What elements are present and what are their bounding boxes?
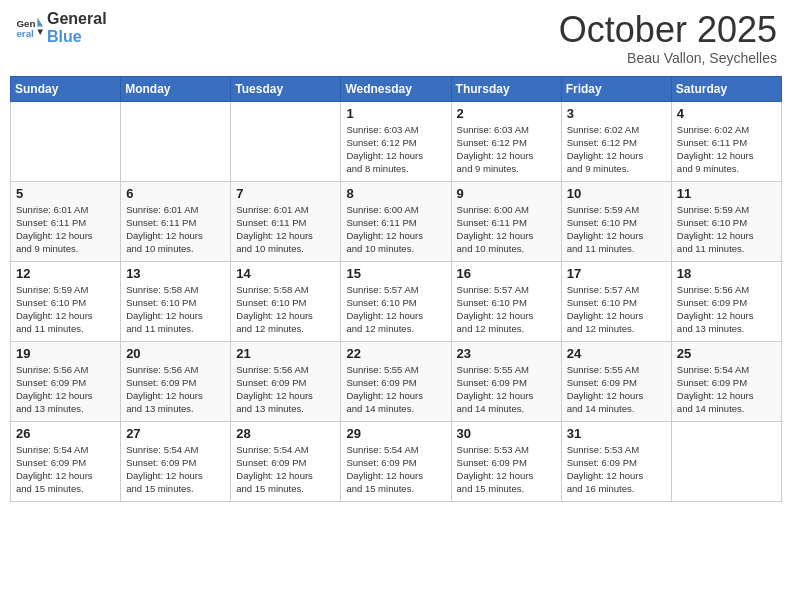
day-info: Sunrise: 6:03 AM Sunset: 6:12 PM Dayligh… — [346, 123, 445, 176]
calendar-cell: 13Sunrise: 5:58 AM Sunset: 6:10 PM Dayli… — [121, 261, 231, 341]
month-title: October 2025 — [559, 10, 777, 50]
title-block: October 2025 Beau Vallon, Seychelles — [559, 10, 777, 66]
day-info: Sunrise: 5:57 AM Sunset: 6:10 PM Dayligh… — [346, 283, 445, 336]
calendar-cell: 17Sunrise: 5:57 AM Sunset: 6:10 PM Dayli… — [561, 261, 671, 341]
day-number: 15 — [346, 266, 445, 281]
day-number: 23 — [457, 346, 556, 361]
day-info: Sunrise: 5:54 AM Sunset: 6:09 PM Dayligh… — [346, 443, 445, 496]
day-number: 12 — [16, 266, 115, 281]
calendar-cell: 20Sunrise: 5:56 AM Sunset: 6:09 PM Dayli… — [121, 341, 231, 421]
calendar-cell: 10Sunrise: 5:59 AM Sunset: 6:10 PM Dayli… — [561, 181, 671, 261]
calendar-cell: 30Sunrise: 5:53 AM Sunset: 6:09 PM Dayli… — [451, 421, 561, 501]
calendar-cell — [11, 101, 121, 181]
day-number: 26 — [16, 426, 115, 441]
day-info: Sunrise: 5:54 AM Sunset: 6:09 PM Dayligh… — [677, 363, 776, 416]
day-number: 7 — [236, 186, 335, 201]
calendar-cell: 26Sunrise: 5:54 AM Sunset: 6:09 PM Dayli… — [11, 421, 121, 501]
calendar-cell — [671, 421, 781, 501]
week-row-5: 26Sunrise: 5:54 AM Sunset: 6:09 PM Dayli… — [11, 421, 782, 501]
day-info: Sunrise: 5:56 AM Sunset: 6:09 PM Dayligh… — [677, 283, 776, 336]
calendar-cell: 4Sunrise: 6:02 AM Sunset: 6:11 PM Daylig… — [671, 101, 781, 181]
day-number: 18 — [677, 266, 776, 281]
calendar-cell: 6Sunrise: 6:01 AM Sunset: 6:11 PM Daylig… — [121, 181, 231, 261]
weekday-header-saturday: Saturday — [671, 76, 781, 101]
day-number: 9 — [457, 186, 556, 201]
day-info: Sunrise: 5:55 AM Sunset: 6:09 PM Dayligh… — [567, 363, 666, 416]
weekday-header-monday: Monday — [121, 76, 231, 101]
day-info: Sunrise: 5:59 AM Sunset: 6:10 PM Dayligh… — [16, 283, 115, 336]
svg-text:eral: eral — [16, 28, 34, 39]
day-info: Sunrise: 5:55 AM Sunset: 6:09 PM Dayligh… — [346, 363, 445, 416]
day-info: Sunrise: 5:58 AM Sunset: 6:10 PM Dayligh… — [126, 283, 225, 336]
calendar-cell: 11Sunrise: 5:59 AM Sunset: 6:10 PM Dayli… — [671, 181, 781, 261]
page-header: Gen eral General Blue October 2025 Beau … — [10, 10, 782, 66]
calendar-cell: 5Sunrise: 6:01 AM Sunset: 6:11 PM Daylig… — [11, 181, 121, 261]
weekday-header-tuesday: Tuesday — [231, 76, 341, 101]
day-info: Sunrise: 5:57 AM Sunset: 6:10 PM Dayligh… — [457, 283, 556, 336]
weekday-header-row: SundayMondayTuesdayWednesdayThursdayFrid… — [11, 76, 782, 101]
calendar-cell: 22Sunrise: 5:55 AM Sunset: 6:09 PM Dayli… — [341, 341, 451, 421]
day-info: Sunrise: 6:03 AM Sunset: 6:12 PM Dayligh… — [457, 123, 556, 176]
day-number: 6 — [126, 186, 225, 201]
calendar-cell: 14Sunrise: 5:58 AM Sunset: 6:10 PM Dayli… — [231, 261, 341, 341]
calendar-cell: 27Sunrise: 5:54 AM Sunset: 6:09 PM Dayli… — [121, 421, 231, 501]
logo: Gen eral General Blue — [15, 10, 107, 45]
svg-marker-3 — [37, 29, 43, 35]
calendar-cell: 3Sunrise: 6:02 AM Sunset: 6:12 PM Daylig… — [561, 101, 671, 181]
calendar-cell: 21Sunrise: 5:56 AM Sunset: 6:09 PM Dayli… — [231, 341, 341, 421]
day-info: Sunrise: 6:01 AM Sunset: 6:11 PM Dayligh… — [126, 203, 225, 256]
day-info: Sunrise: 6:01 AM Sunset: 6:11 PM Dayligh… — [16, 203, 115, 256]
day-number: 13 — [126, 266, 225, 281]
week-row-4: 19Sunrise: 5:56 AM Sunset: 6:09 PM Dayli… — [11, 341, 782, 421]
calendar-cell: 8Sunrise: 6:00 AM Sunset: 6:11 PM Daylig… — [341, 181, 451, 261]
logo-line1: General — [47, 10, 107, 28]
day-info: Sunrise: 5:54 AM Sunset: 6:09 PM Dayligh… — [16, 443, 115, 496]
weekday-header-wednesday: Wednesday — [341, 76, 451, 101]
day-number: 20 — [126, 346, 225, 361]
week-row-1: 1Sunrise: 6:03 AM Sunset: 6:12 PM Daylig… — [11, 101, 782, 181]
calendar-cell: 1Sunrise: 6:03 AM Sunset: 6:12 PM Daylig… — [341, 101, 451, 181]
day-number: 31 — [567, 426, 666, 441]
calendar-cell: 23Sunrise: 5:55 AM Sunset: 6:09 PM Dayli… — [451, 341, 561, 421]
day-number: 30 — [457, 426, 556, 441]
weekday-header-sunday: Sunday — [11, 76, 121, 101]
day-number: 8 — [346, 186, 445, 201]
day-info: Sunrise: 5:54 AM Sunset: 6:09 PM Dayligh… — [236, 443, 335, 496]
calendar-cell: 29Sunrise: 5:54 AM Sunset: 6:09 PM Dayli… — [341, 421, 451, 501]
day-number: 21 — [236, 346, 335, 361]
calendar-cell — [121, 101, 231, 181]
weekday-header-friday: Friday — [561, 76, 671, 101]
svg-text:Gen: Gen — [16, 17, 35, 28]
day-number: 28 — [236, 426, 335, 441]
day-number: 19 — [16, 346, 115, 361]
calendar-cell: 2Sunrise: 6:03 AM Sunset: 6:12 PM Daylig… — [451, 101, 561, 181]
day-info: Sunrise: 5:57 AM Sunset: 6:10 PM Dayligh… — [567, 283, 666, 336]
location-subtitle: Beau Vallon, Seychelles — [559, 50, 777, 66]
day-info: Sunrise: 5:53 AM Sunset: 6:09 PM Dayligh… — [567, 443, 666, 496]
calendar-cell: 15Sunrise: 5:57 AM Sunset: 6:10 PM Dayli… — [341, 261, 451, 341]
day-number: 1 — [346, 106, 445, 121]
calendar-cell — [231, 101, 341, 181]
week-row-2: 5Sunrise: 6:01 AM Sunset: 6:11 PM Daylig… — [11, 181, 782, 261]
day-number: 24 — [567, 346, 666, 361]
day-number: 10 — [567, 186, 666, 201]
calendar-cell: 24Sunrise: 5:55 AM Sunset: 6:09 PM Dayli… — [561, 341, 671, 421]
weekday-header-thursday: Thursday — [451, 76, 561, 101]
day-info: Sunrise: 6:00 AM Sunset: 6:11 PM Dayligh… — [457, 203, 556, 256]
day-number: 5 — [16, 186, 115, 201]
calendar-cell: 25Sunrise: 5:54 AM Sunset: 6:09 PM Dayli… — [671, 341, 781, 421]
calendar-cell: 7Sunrise: 6:01 AM Sunset: 6:11 PM Daylig… — [231, 181, 341, 261]
day-number: 11 — [677, 186, 776, 201]
day-number: 29 — [346, 426, 445, 441]
day-info: Sunrise: 5:59 AM Sunset: 6:10 PM Dayligh… — [567, 203, 666, 256]
day-number: 27 — [126, 426, 225, 441]
day-number: 3 — [567, 106, 666, 121]
day-number: 14 — [236, 266, 335, 281]
day-info: Sunrise: 5:55 AM Sunset: 6:09 PM Dayligh… — [457, 363, 556, 416]
calendar-cell: 9Sunrise: 6:00 AM Sunset: 6:11 PM Daylig… — [451, 181, 561, 261]
day-number: 17 — [567, 266, 666, 281]
day-number: 25 — [677, 346, 776, 361]
day-number: 16 — [457, 266, 556, 281]
calendar-cell: 16Sunrise: 5:57 AM Sunset: 6:10 PM Dayli… — [451, 261, 561, 341]
day-info: Sunrise: 5:58 AM Sunset: 6:10 PM Dayligh… — [236, 283, 335, 336]
